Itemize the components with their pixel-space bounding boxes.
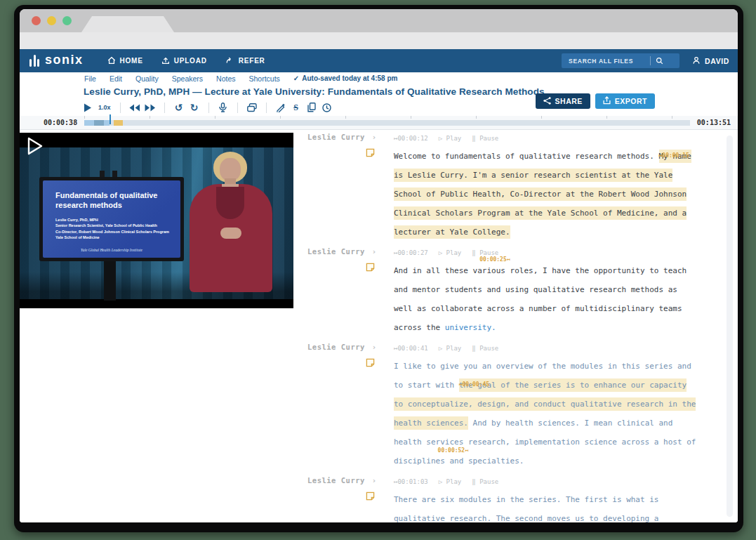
strikethrough-button[interactable]: S xyxy=(289,100,304,114)
play-button[interactable] xyxy=(80,100,95,114)
undo-button[interactable]: ↺ xyxy=(171,100,187,114)
paragraph-timestamp[interactable]: ↦00:00:27 xyxy=(394,249,428,256)
play-paragraph-button[interactable]: ▷ Play xyxy=(439,135,462,142)
minimize-button[interactable] xyxy=(47,16,56,25)
pause-paragraph-button[interactable]: ‖ Pause xyxy=(472,345,498,352)
share-label: SHARE xyxy=(555,97,583,105)
browser-tab[interactable] xyxy=(81,16,174,32)
sonix-logo-icon[interactable] xyxy=(29,55,39,67)
nav-upload-label: UPLOAD xyxy=(174,57,207,65)
transcript-text[interactable]: And in all these various roles, I have t… xyxy=(394,266,687,332)
search-box[interactable] xyxy=(562,53,679,68)
toolbar-divider xyxy=(120,103,121,113)
speaker-label[interactable]: Leslie Curry › xyxy=(307,247,375,256)
playback-speed[interactable]: 1.0x xyxy=(98,104,111,111)
editor-menubar: File Edit Quality Speakers Notes Shortcu… xyxy=(20,72,738,84)
toolbar-divider xyxy=(266,103,267,113)
search-input[interactable] xyxy=(567,57,649,65)
note-icon[interactable] xyxy=(366,357,375,370)
nav-upload[interactable]: UPLOAD xyxy=(161,56,207,66)
menu-shortcuts[interactable]: Shortcuts xyxy=(249,74,280,83)
transcript-paragraph: Leslie Curry ›↦00:01:03▷ Play‖ PauseTher… xyxy=(307,476,719,522)
user-menu[interactable]: DAVID xyxy=(692,56,729,66)
record-audio-button[interactable] xyxy=(215,100,231,114)
menu-file[interactable]: File xyxy=(84,74,96,83)
note-icon[interactable] xyxy=(366,147,375,160)
redo-button[interactable]: ↻ xyxy=(187,100,202,114)
video-frame: Fundamentals of qualitative research met… xyxy=(20,147,293,299)
pause-paragraph-button[interactable]: ‖ Pause xyxy=(472,135,498,142)
menu-quality[interactable]: Quality xyxy=(135,74,159,83)
share-icon xyxy=(543,97,551,106)
transcript-panel: Leslie Curry ›↦00:00:12▷ Play‖ PauseWelc… xyxy=(293,130,738,522)
merge-paragraphs-button[interactable] xyxy=(244,100,260,114)
pause-paragraph-button[interactable]: ‖ Pause xyxy=(472,478,498,485)
play-paragraph-button[interactable]: ▷ Play xyxy=(439,478,462,485)
nav-home[interactable]: HOME xyxy=(107,56,143,66)
app-navbar: sonix HOME UPLOAD REFER xyxy=(20,49,738,72)
fast-forward-button[interactable] xyxy=(142,100,158,114)
toolbar-divider xyxy=(164,103,165,113)
highlight-segment-played xyxy=(94,120,104,126)
slide-credits: Leslie Curry, PhD, MPH Senior Research S… xyxy=(55,217,169,240)
paragraph-timestamp[interactable]: ↦00:00:41 xyxy=(394,345,428,352)
paragraph-main: ↦00:00:27▷ Play‖ PauseAnd in all these v… xyxy=(394,247,698,337)
transcript-text[interactable]: Welcome to fundamentals of qualitative r… xyxy=(394,152,659,161)
page-title[interactable]: Leslie Curry, PhD, MPH — Lecture at Yale… xyxy=(84,86,545,97)
transcript-paragraph: Leslie Curry ›↦00:00:27▷ Play‖ PauseAnd … xyxy=(307,247,719,337)
history-button[interactable] xyxy=(319,100,335,114)
paragraph-text[interactable]: And in all these various roles, I have t… xyxy=(394,261,698,337)
paragraph-text[interactable]: There are six modules in the series. The… xyxy=(394,490,698,522)
paragraph-left-gutter: Leslie Curry › xyxy=(307,343,375,470)
toolbar-divider xyxy=(237,103,238,113)
rewind-button[interactable] xyxy=(127,100,142,114)
menu-edit[interactable]: Edit xyxy=(110,74,122,83)
search-icon[interactable] xyxy=(656,55,663,67)
speaker-label[interactable]: Leslie Curry › xyxy=(307,476,375,485)
paragraph-header: ↦00:00:41▷ Play‖ Pause xyxy=(394,343,698,354)
timeline-track[interactable] xyxy=(84,116,690,129)
paragraph-timestamp[interactable]: ↦00:00:12 xyxy=(394,135,428,142)
highlighter-button[interactable] xyxy=(273,100,289,114)
transcript-paragraph: Leslie Curry ›↦00:00:41▷ Play‖ PauseI li… xyxy=(307,343,719,470)
screen-stand xyxy=(104,260,116,301)
paragraph-header: ↦00:01:03▷ Play‖ Pause xyxy=(394,476,698,487)
scrollbar[interactable] xyxy=(727,136,733,517)
menu-notes[interactable]: Notes xyxy=(216,74,235,83)
export-icon xyxy=(603,96,611,106)
paragraph-main: ↦00:00:12▷ Play‖ PauseWelcome to fundame… xyxy=(394,133,698,242)
presenter xyxy=(188,152,274,292)
menu-speakers[interactable]: Speakers xyxy=(172,74,203,83)
playhead[interactable] xyxy=(110,114,111,124)
note-icon[interactable] xyxy=(366,491,375,503)
speaker-label[interactable]: Leslie Curry › xyxy=(307,343,375,351)
highlighted-text[interactable]: ↦00:00:15My name is Leslie Curry. I'm a … xyxy=(394,150,691,239)
traffic-lights xyxy=(32,16,72,25)
paragraph-header: ↦00:00:12▷ Play‖ Pause xyxy=(394,133,698,144)
video-play-overlay-icon[interactable] xyxy=(27,137,43,158)
browser-titlebar xyxy=(20,9,738,32)
transcript: Leslie Curry ›↦00:00:12▷ Play‖ PauseWelc… xyxy=(307,133,719,522)
zoom-button[interactable] xyxy=(62,16,72,25)
paragraph-text[interactable]: Welcome to fundamentals of qualitative r… xyxy=(394,147,698,242)
export-button[interactable]: EXPORT xyxy=(595,93,655,109)
transcript-text[interactable]: There are six modules in the series. The… xyxy=(394,495,659,522)
highlight-end-time: 00:00:52↤ xyxy=(438,441,468,460)
transcript-paragraph: Leslie Curry ›↦00:00:12▷ Play‖ PauseWelc… xyxy=(307,133,719,242)
browser-toolbar-strip xyxy=(20,32,738,49)
transcript-text[interactable]: university. xyxy=(445,323,496,332)
paragraph-text[interactable]: I like to give you an overview of the mo… xyxy=(394,357,698,470)
paragraph-left-gutter: Leslie Curry › xyxy=(307,247,375,337)
share-button[interactable]: SHARE xyxy=(536,93,590,109)
play-paragraph-button[interactable]: ▷ Play xyxy=(439,249,462,256)
copy-button[interactable] xyxy=(304,100,319,114)
play-paragraph-button[interactable]: ▷ Play xyxy=(439,345,462,352)
export-label: EXPORT xyxy=(615,97,647,105)
nav-refer[interactable]: REFER xyxy=(225,56,265,66)
paragraph-timestamp[interactable]: ↦00:01:03 xyxy=(394,478,428,485)
note-icon[interactable] xyxy=(366,262,375,275)
sonix-logo-text[interactable]: sonix xyxy=(45,53,84,66)
video-player[interactable]: Fundamentals of qualitative research met… xyxy=(20,133,293,308)
close-button[interactable] xyxy=(32,16,41,25)
speaker-label[interactable]: Leslie Curry › xyxy=(307,133,375,141)
